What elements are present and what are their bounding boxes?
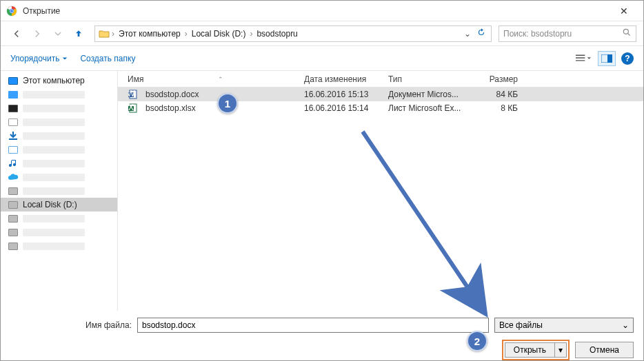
file-row[interactable]: X bsodstop.xlsx 16.06.2016 15:14 Лист Mi… [118, 101, 643, 115]
blurred-label [23, 118, 85, 126]
open-dropdown[interactable]: ▾ [554, 342, 567, 358]
refresh-icon[interactable] [474, 28, 488, 39]
content-area: Этот компьютер Local Disk (D:) Имя⌃ Дата… [1, 71, 643, 311]
file-row[interactable]: W bsodstop.docx 16.06.2016 15:13 Докумен… [118, 87, 643, 101]
file-date: 16.06.2016 15:13 [299, 90, 383, 99]
file-type: Документ Micros... [383, 90, 470, 99]
sidebar-item[interactable] [1, 87, 117, 101]
blurred-label [23, 243, 85, 250]
video-icon [8, 103, 19, 113]
forward-button[interactable] [28, 25, 46, 43]
view-options-icon[interactable] [574, 51, 592, 66]
filter-label: Все файлы [499, 320, 543, 330]
recent-dropdown[interactable] [49, 25, 67, 43]
crumb-this-pc[interactable]: Этот компьютер [116, 29, 183, 39]
chrome-icon [6, 6, 17, 17]
open-button-wrap: Открыть ▾ [502, 340, 570, 360]
blurred-label [23, 187, 85, 195]
disk-icon [8, 186, 19, 196]
onedrive-icon [8, 172, 19, 182]
blurred-label [23, 215, 85, 223]
chevron-right-icon: › [110, 29, 116, 39]
sidebar-item[interactable] [1, 212, 117, 225]
desktop-icon [8, 90, 19, 99]
sort-asc-icon: ⌃ [218, 76, 223, 83]
disk-icon [8, 241, 19, 251]
file-type: Лист Microsoft Ex... [383, 103, 470, 113]
chevron-down-icon: ⌄ [622, 320, 629, 330]
col-name-header[interactable]: Имя⌃ [122, 74, 299, 84]
back-button[interactable] [8, 25, 26, 43]
callout-1: 1 [217, 93, 238, 114]
sidebar-item[interactable] [1, 184, 117, 198]
help-icon[interactable]: ? [621, 52, 634, 65]
disk-icon [8, 200, 19, 209]
sidebar-label: Этот компьютер [23, 76, 85, 85]
pictures-icon [8, 145, 19, 154]
svg-point-5 [623, 29, 628, 34]
crumb-disk[interactable]: Local Disk (D:) [189, 29, 249, 39]
svg-rect-7 [607, 54, 612, 63]
svg-text:X: X [128, 103, 134, 112]
svg-point-4 [10, 9, 13, 12]
organize-label: Упорядочить [10, 54, 59, 63]
open-button[interactable]: Открыть [505, 342, 554, 358]
filename-label: Имя файла: [10, 320, 132, 330]
file-name: bsodstop.xlsx [145, 103, 196, 113]
column-headers: Имя⌃ Дата изменения Тип Размер [118, 71, 643, 87]
close-button[interactable]: ✕ [610, 6, 638, 17]
sidebar: Этот компьютер Local Disk (D:) [1, 71, 118, 311]
preview-pane-icon[interactable] [598, 51, 616, 66]
col-size-header[interactable]: Размер [470, 74, 523, 84]
sidebar-item[interactable] [1, 143, 117, 156]
blurred-label [23, 105, 85, 112]
organize-menu[interactable]: Упорядочить [10, 54, 68, 63]
sidebar-this-pc[interactable]: Этот компьютер [1, 74, 117, 87]
sidebar-item[interactable] [1, 170, 117, 184]
filetype-filter[interactable]: Все файлы ⌄ [494, 318, 634, 333]
crumb-folder[interactable]: bsodstopru [254, 29, 300, 39]
filename-input[interactable] [137, 318, 489, 333]
sidebar-item[interactable] [1, 115, 117, 129]
cancel-button[interactable]: Отмена [575, 342, 634, 358]
sidebar-label: Local Disk (D:) [23, 200, 77, 209]
sidebar-item[interactable] [1, 129, 117, 143]
sidebar-local-disk[interactable]: Local Disk (D:) [1, 198, 117, 212]
file-size: 8 КБ [470, 103, 523, 113]
svg-text:W: W [128, 90, 135, 99]
file-name: bsodstop.docx [145, 90, 199, 99]
chevron-right-icon: › [248, 29, 254, 39]
monitor-icon [8, 76, 19, 85]
file-date: 16.06.2016 15:14 [299, 103, 383, 113]
chevron-right-icon: › [183, 29, 189, 39]
blurred-label [23, 229, 85, 236]
up-button[interactable] [70, 25, 88, 43]
blurred-label [23, 160, 85, 167]
address-bar[interactable]: › Этот компьютер › Local Disk (D:) › bso… [94, 25, 492, 42]
search-placeholder: Поиск: bsodstopru [503, 29, 622, 39]
new-folder-button[interactable]: Создать папку [80, 54, 135, 63]
col-date-header[interactable]: Дата изменения [299, 74, 383, 84]
sidebar-item[interactable] [1, 239, 117, 253]
window-title: Открытие [23, 6, 610, 16]
download-icon [8, 131, 19, 141]
blurred-label [23, 91, 85, 99]
search-input[interactable]: Поиск: bsodstopru [499, 25, 636, 42]
excel-file-icon: X [128, 103, 139, 114]
disk-icon [8, 227, 19, 237]
sidebar-item[interactable] [1, 225, 117, 239]
footer: Имя файла: Все файлы ⌄ Открыть ▾ Отмена [1, 311, 643, 361]
document-icon [8, 117, 19, 127]
toolbar: Упорядочить Создать папку ? [1, 46, 643, 71]
word-file-icon: W [128, 89, 139, 100]
music-icon [8, 158, 19, 168]
history-dropdown-icon[interactable]: ⌄ [461, 29, 474, 39]
sidebar-item[interactable] [1, 156, 117, 170]
callout-2: 2 [467, 331, 487, 351]
col-label: Имя [128, 74, 143, 84]
col-type-header[interactable]: Тип [383, 74, 470, 84]
file-list: Имя⌃ Дата изменения Тип Размер W bsodsto… [118, 71, 643, 311]
search-icon [622, 28, 632, 39]
blurred-label [23, 146, 85, 154]
sidebar-item[interactable] [1, 101, 117, 115]
